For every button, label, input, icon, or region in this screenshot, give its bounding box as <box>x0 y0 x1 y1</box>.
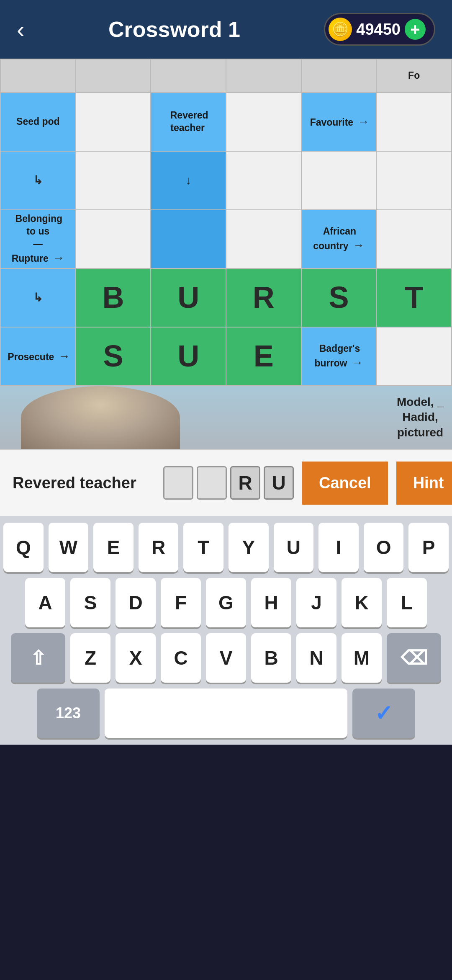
key-s[interactable]: S <box>70 578 110 627</box>
prosecute-arrow: → <box>59 350 70 363</box>
favourite-arrow: → <box>357 115 369 128</box>
keyboard-row-1: Q W E R T Y U I O P <box>3 523 449 572</box>
key-w[interactable]: W <box>49 523 89 572</box>
cell-r1c5 <box>376 93 452 151</box>
favourite-clue: Favourite <box>308 115 355 129</box>
cell-u-burst[interactable]: U <box>151 268 226 327</box>
backspace-button[interactable]: ⌫ <box>387 633 441 683</box>
page-title: Crossword 1 <box>108 17 240 42</box>
letter-e: E <box>254 339 274 373</box>
cell-r[interactable]: R <box>226 268 301 327</box>
key-v[interactable]: V <box>206 633 246 683</box>
cell-r0c5: Fo <box>376 59 452 93</box>
cell-belonging[interactable]: Belongingto us—Rupture → <box>0 210 76 268</box>
arrow-r2c0: ↳ <box>33 174 43 187</box>
cell-s[interactable]: S <box>76 327 151 386</box>
key-c[interactable]: C <box>161 633 201 683</box>
model-clue: Model, _Hadid,pictured <box>397 395 444 440</box>
letter-t: T <box>405 281 423 314</box>
cell-african-country[interactable]: Africancountry → <box>301 210 377 268</box>
key-r[interactable]: R <box>139 523 179 572</box>
african-country-clue: Africancountry <box>313 224 356 253</box>
crossword-grid: Fo Seed pod Reveredteacher Favourite → ↳ <box>0 59 452 386</box>
coin-amount: 49450 <box>356 21 401 39</box>
input-box-2[interactable]: R <box>230 466 260 500</box>
numbers-button[interactable]: 123 <box>37 689 100 738</box>
keyboard: Q W E R T Y U I O P A S D F G H J K L ⇧ … <box>0 516 452 745</box>
key-f[interactable]: F <box>161 578 201 627</box>
check-icon: ✓ <box>375 701 393 726</box>
key-i[interactable]: I <box>318 523 359 572</box>
cell-r3c1 <box>76 210 151 268</box>
input-box-3[interactable]: U <box>264 466 294 500</box>
cell-favourite[interactable]: Favourite → <box>301 93 377 151</box>
cell-r0c3 <box>226 59 301 93</box>
cell-s-burst[interactable]: S <box>301 268 377 327</box>
revered-teacher-clue: Reveredteacher <box>169 108 208 135</box>
seed-pod-clue: Seed pod <box>15 114 62 129</box>
key-y[interactable]: Y <box>229 523 269 572</box>
key-o[interactable]: O <box>364 523 404 572</box>
key-q[interactable]: Q <box>3 523 44 572</box>
cell-r2c4 <box>301 151 377 210</box>
cell-r2c3 <box>226 151 301 210</box>
letter-r: R <box>253 281 275 314</box>
cell-t[interactable]: T <box>376 268 452 327</box>
coin-badge: 🪙 49450 + <box>324 13 435 46</box>
cell-r1c3 <box>226 93 301 151</box>
coin-icon: 🪙 <box>329 18 352 41</box>
letter-s: S <box>103 339 123 373</box>
done-button[interactable]: ✓ <box>352 689 415 738</box>
hint-button[interactable]: Hint <box>396 462 452 505</box>
keyboard-row-4: 123 ✓ <box>3 689 449 738</box>
key-x[interactable]: X <box>116 633 156 683</box>
letter-s-burst: S <box>329 281 349 314</box>
cell-r3c5 <box>376 210 452 268</box>
key-e[interactable]: E <box>93 523 134 572</box>
cell-r0c2 <box>151 59 226 93</box>
back-button[interactable]: ‹ <box>17 16 25 43</box>
key-k[interactable]: K <box>342 578 382 627</box>
cell-r2c5 <box>376 151 452 210</box>
shift-button[interactable]: ⇧ <box>11 633 65 683</box>
badgers-arrow: → <box>351 356 363 369</box>
cell-r3c3 <box>226 210 301 268</box>
key-a[interactable]: A <box>25 578 65 627</box>
cell-prosecute[interactable]: Prosecute → <box>0 327 76 386</box>
key-u[interactable]: U <box>274 523 314 572</box>
key-m[interactable]: M <box>342 633 382 683</box>
cell-r2c2-blue: ↓ <box>151 151 226 210</box>
african-arrow: → <box>353 239 365 252</box>
input-box-1[interactable] <box>197 466 227 500</box>
cell-u[interactable]: U <box>151 327 226 386</box>
keyboard-row-3: ⇧ Z X C V B N M ⌫ <box>3 633 449 683</box>
cell-r1c1 <box>76 93 151 151</box>
key-d[interactable]: D <box>116 578 156 627</box>
key-b[interactable]: B <box>251 633 291 683</box>
down-arrow-r2: ↓ <box>185 174 191 187</box>
letter-b: B <box>102 281 124 314</box>
cancel-button[interactable]: Cancel <box>302 462 388 505</box>
key-z[interactable]: Z <box>70 633 110 683</box>
key-g[interactable]: G <box>206 578 246 627</box>
key-h[interactable]: H <box>251 578 291 627</box>
letter-u: U <box>177 339 199 373</box>
cell-seed-pod[interactable]: Seed pod <box>0 93 76 151</box>
key-n[interactable]: N <box>296 633 336 683</box>
key-p[interactable]: P <box>408 523 449 572</box>
key-t[interactable]: T <box>183 523 223 572</box>
cell-e[interactable]: E <box>226 327 301 386</box>
letter-u-burst: U <box>177 281 199 314</box>
input-box-0[interactable] <box>163 466 193 500</box>
keyboard-row-2: A S D F G H J K L <box>3 578 449 627</box>
cell-r2c0: ↳ <box>0 151 76 210</box>
cell-b[interactable]: B <box>76 268 151 327</box>
cell-revered-teacher[interactable]: Reveredteacher <box>151 93 226 151</box>
input-clue-text: Revered teacher <box>13 474 155 492</box>
key-l[interactable]: L <box>387 578 427 627</box>
input-bar: Revered teacher R U Cancel Hint Okay <box>0 449 452 516</box>
space-bar[interactable] <box>105 689 347 738</box>
coin-plus-button[interactable]: + <box>405 19 426 40</box>
cell-badgers-burrow[interactable]: Badger'sburrow → <box>301 327 377 386</box>
key-j[interactable]: J <box>296 578 336 627</box>
